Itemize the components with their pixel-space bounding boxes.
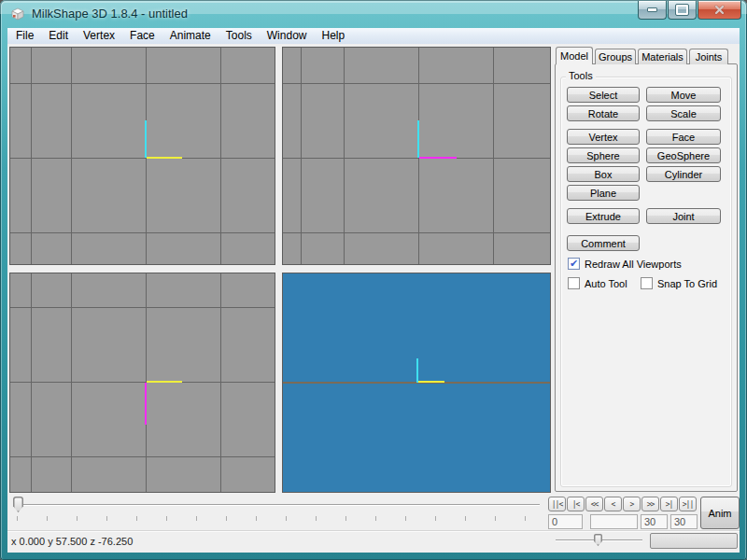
- axis-x-yellow: [147, 157, 182, 159]
- axis-z-magenta: [419, 157, 457, 159]
- vertex-button[interactable]: Vertex: [567, 129, 640, 145]
- maximize-button[interactable]: [668, 1, 697, 20]
- viewport-3d-perspective[interactable]: [282, 273, 551, 493]
- fps-input[interactable]: [670, 514, 698, 529]
- menu-help[interactable]: Help: [314, 28, 352, 44]
- menu-vertex[interactable]: Vertex: [76, 28, 122, 44]
- axis-y-cyan: [145, 120, 147, 158]
- menu-edit[interactable]: Edit: [41, 28, 76, 44]
- close-icon: [714, 5, 725, 15]
- redraw-all-viewports-checkbox[interactable]: ✔ Redraw All Viewports: [568, 258, 682, 270]
- rewind-button[interactable]: <<: [585, 497, 603, 511]
- menu-animate[interactable]: Animate: [162, 28, 218, 44]
- step-back-button[interactable]: <: [604, 497, 622, 511]
- last-frame-button[interactable]: >||: [679, 497, 697, 511]
- axis-x-yellow: [418, 381, 444, 383]
- previous-keyframe-button[interactable]: |<: [567, 497, 585, 511]
- axis-x-yellow: [147, 381, 182, 383]
- frame-field-blank[interactable]: [590, 514, 638, 529]
- minimize-button[interactable]: [638, 1, 667, 20]
- menu-face[interactable]: Face: [122, 28, 162, 44]
- geosphere-button[interactable]: GeoSphere: [646, 147, 721, 163]
- menu-tools[interactable]: Tools: [218, 28, 260, 44]
- checkbox-checked-icon[interactable]: ✔: [568, 258, 580, 270]
- blank-button[interactable]: [650, 533, 738, 549]
- axis-z-magenta: [145, 383, 147, 425]
- plane-button[interactable]: Plane: [567, 185, 640, 201]
- current-frame-input[interactable]: [548, 514, 583, 529]
- menu-bar: File Edit Vertex Face Animate Tools Wind…: [7, 28, 740, 44]
- tab-model[interactable]: Model: [556, 47, 593, 64]
- coordinate-readout: x 0.000 y 57.500 z -76.250: [11, 536, 133, 547]
- axis-y-cyan: [417, 120, 419, 158]
- comment-button[interactable]: Comment: [567, 235, 640, 251]
- axis-y-cyan: [416, 358, 418, 383]
- cube-icon: [9, 6, 26, 22]
- move-button[interactable]: Move: [646, 87, 721, 103]
- title-bar[interactable]: MilkShape 3D 1.8.4 - untitled: [0, 0, 747, 28]
- viewport-bottom-left-wireframe[interactable]: [9, 273, 275, 493]
- face-button[interactable]: Face: [646, 129, 721, 145]
- box-button[interactable]: Box: [567, 166, 640, 182]
- window-title: MilkShape 3D 1.8.4 - untitled: [32, 7, 188, 21]
- timeline-slider-track[interactable]: [13, 504, 540, 506]
- scale-button[interactable]: Scale: [646, 105, 721, 121]
- snap-to-grid-checkbox[interactable]: Snap To Grid: [641, 277, 717, 289]
- redraw-all-viewports-label: Redraw All Viewports: [585, 259, 682, 270]
- window-controls: [638, 1, 741, 20]
- select-button[interactable]: Select: [567, 87, 640, 103]
- statusbar-divider: [7, 530, 740, 532]
- first-frame-button[interactable]: ||<: [548, 497, 566, 511]
- rotate-button[interactable]: Rotate: [567, 105, 640, 121]
- close-button[interactable]: [698, 1, 741, 20]
- milkshape-window: MilkShape 3D 1.8.4 - untitled File Edit …: [0, 0, 747, 560]
- extrude-button[interactable]: Extrude: [567, 208, 640, 224]
- snap-to-grid-label: Snap To Grid: [657, 278, 717, 289]
- sphere-button[interactable]: Sphere: [567, 147, 640, 163]
- cylinder-button[interactable]: Cylinder: [646, 166, 721, 182]
- viewport-top-left-wireframe[interactable]: [9, 47, 275, 265]
- tab-joints[interactable]: Joints: [689, 49, 728, 64]
- checkbox-unchecked-icon[interactable]: [568, 277, 580, 289]
- next-keyframe-button[interactable]: >|: [660, 497, 678, 511]
- menu-window[interactable]: Window: [260, 28, 315, 44]
- menu-file[interactable]: File: [7, 28, 41, 44]
- step-forward-button[interactable]: >: [623, 497, 641, 511]
- total-frames-input[interactable]: [641, 514, 668, 529]
- checkbox-unchecked-icon[interactable]: [641, 277, 653, 289]
- auto-tool-label: Auto Tool: [585, 278, 627, 289]
- timeline-ticks: [17, 516, 540, 521]
- anim-toggle-button[interactable]: Anim: [700, 497, 740, 529]
- tools-group-label: Tools: [566, 70, 596, 81]
- tab-materials[interactable]: Materials: [638, 49, 687, 64]
- tab-groups[interactable]: Groups: [595, 49, 636, 64]
- maximize-icon: [676, 5, 688, 15]
- fast-forward-button[interactable]: >>: [641, 497, 659, 511]
- minimize-icon: [647, 7, 657, 12]
- joint-button[interactable]: Joint: [646, 208, 721, 224]
- transport-controls: ||< |< << < > >> >| >||: [548, 497, 697, 511]
- auto-tool-checkbox[interactable]: Auto Tool: [568, 277, 627, 289]
- viewport-top-right-wireframe[interactable]: [282, 47, 551, 265]
